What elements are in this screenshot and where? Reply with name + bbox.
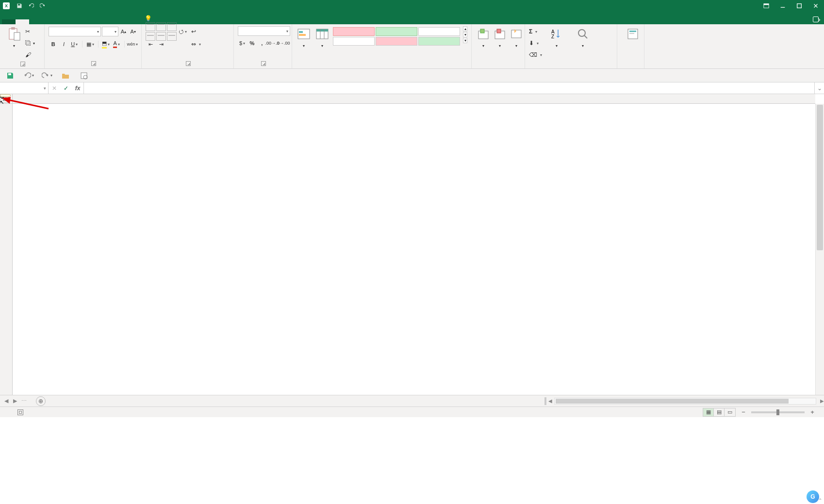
accounting-format-button[interactable]: $ <box>238 39 247 48</box>
tab-nav-menu[interactable]: ⋯ <box>20 398 27 404</box>
tab-data[interactable] <box>70 19 83 24</box>
view-mode-buttons[interactable]: ▦ ▤ ▭ <box>703 408 736 417</box>
formula-cancel-button[interactable]: ✕ <box>49 85 60 92</box>
style-bad[interactable] <box>376 37 417 46</box>
number-format-combo[interactable] <box>238 26 290 36</box>
name-box[interactable] <box>0 82 49 94</box>
qat-undo-icon[interactable] <box>27 2 35 10</box>
ime-indicator[interactable] <box>0 94 11 97</box>
qat-open-icon[interactable] <box>60 70 71 81</box>
cell-styles-gallery[interactable] <box>333 26 460 46</box>
decrease-indent-button[interactable]: ⇤ <box>146 40 155 49</box>
tab-nav-next[interactable]: ▶ <box>12 398 18 404</box>
row-headers[interactable] <box>0 104 13 395</box>
fill-button[interactable]: ⬇ <box>529 38 542 49</box>
invoice-check-button[interactable] <box>621 26 644 43</box>
underline-button[interactable]: U <box>69 40 79 49</box>
qat-undo2-icon[interactable] <box>23 70 34 81</box>
formula-input[interactable] <box>84 82 814 94</box>
insert-cells-button[interactable]: ▾ <box>476 26 491 60</box>
decrease-font-button[interactable]: A▾ <box>129 27 137 36</box>
close-button[interactable] <box>808 0 824 12</box>
qat-save-icon[interactable] <box>16 2 23 10</box>
tab-formulas[interactable] <box>56 19 70 24</box>
horizontal-scrollbar[interactable] <box>554 398 816 405</box>
view-normal-icon[interactable]: ▦ <box>703 408 714 416</box>
style-good[interactable] <box>418 37 460 46</box>
cut-button[interactable]: ✂ <box>25 26 35 37</box>
format-cells-button[interactable]: ▾ <box>509 26 524 60</box>
maximize-button[interactable] <box>791 0 808 12</box>
decrease-decimal-button[interactable]: .0→.00 <box>278 39 288 48</box>
minimize-button[interactable] <box>775 0 791 12</box>
tab-nav-prev[interactable]: ◀ <box>3 398 10 404</box>
zoom-thumb[interactable] <box>776 409 779 415</box>
tab-view[interactable] <box>97 19 111 24</box>
zoom-slider[interactable] <box>751 411 805 413</box>
style-bad-sheet4[interactable] <box>333 27 375 36</box>
clear-button[interactable]: ⌫ <box>529 49 542 60</box>
macro-record-icon[interactable] <box>17 409 23 415</box>
hscroll-left[interactable]: ◀ <box>548 398 552 404</box>
format-as-table-button[interactable]: ▾ <box>314 26 330 48</box>
font-launcher[interactable] <box>91 61 96 66</box>
bold-button[interactable]: B <box>49 40 58 49</box>
qat-print-preview-icon[interactable] <box>79 70 89 81</box>
phonetic-button[interactable]: wén <box>128 40 137 49</box>
tab-file[interactable] <box>2 19 16 24</box>
vertical-align-buttons[interactable] <box>146 22 177 41</box>
vertical-scrollbar[interactable] <box>815 104 824 395</box>
merge-center-button[interactable]: ⇔ <box>191 39 201 49</box>
tab-review[interactable] <box>83 19 97 24</box>
increase-font-button[interactable]: A▴ <box>119 27 128 36</box>
zoom-in-button[interactable]: + <box>809 408 815 416</box>
tab-home[interactable] <box>16 19 29 24</box>
tab-pdf-tools[interactable] <box>124 19 138 24</box>
orientation-button[interactable]: ⭯ <box>178 27 187 36</box>
insert-function-button[interactable]: fx <box>72 85 83 92</box>
tab-insert[interactable] <box>29 19 43 24</box>
view-page-layout-icon[interactable]: ▤ <box>714 408 725 416</box>
tab-page-layout[interactable] <box>43 19 56 24</box>
italic-button[interactable]: I <box>59 40 69 49</box>
style-good-sheet4[interactable] <box>376 27 417 36</box>
format-painter-button[interactable]: 🖌 <box>25 49 35 60</box>
horizontal-scroll-thumb[interactable] <box>556 399 789 404</box>
find-select-button[interactable]: ▾ <box>571 26 594 60</box>
gallery-down-button[interactable]: ▾ <box>463 32 467 37</box>
gallery-up-button[interactable]: ▴ <box>463 26 467 32</box>
font-color-button[interactable]: A <box>112 40 121 49</box>
column-headers[interactable] <box>13 94 815 104</box>
percent-button[interactable]: % <box>247 39 256 48</box>
gallery-more-button[interactable]: ▾ <box>463 38 467 43</box>
conditional-formatting-button[interactable]: ▾ <box>296 26 312 48</box>
qat-redo-icon[interactable] <box>39 2 47 10</box>
alignment-launcher[interactable] <box>186 61 191 66</box>
tab-split-handle[interactable] <box>544 397 546 405</box>
sort-filter-button[interactable]: AZ▾ <box>545 26 568 60</box>
style-normal[interactable] <box>333 37 375 46</box>
hscroll-right[interactable]: ▶ <box>820 398 824 404</box>
qat-save2-icon[interactable] <box>5 70 16 81</box>
autosum-button[interactable]: Σ <box>529 26 542 37</box>
tab-developer[interactable] <box>111 19 124 24</box>
font-name-combo[interactable] <box>49 27 101 36</box>
clipboard-launcher[interactable] <box>20 62 25 66</box>
wrap-text-button[interactable]: ↩ <box>191 26 201 37</box>
number-launcher[interactable] <box>261 61 266 66</box>
expand-formula-bar-button[interactable]: ⌄ <box>814 82 824 94</box>
paste-button[interactable]: ▾ <box>4 26 24 60</box>
vertical-scroll-thumb[interactable] <box>817 105 823 250</box>
qat-redo2-icon[interactable] <box>42 70 52 81</box>
new-sheet-button[interactable]: ⊕ <box>36 396 46 406</box>
fill-color-button[interactable]: ⬒ <box>101 40 111 49</box>
border-button[interactable]: ▦ <box>85 40 95 49</box>
cells-area[interactable] <box>13 104 815 395</box>
font-size-combo[interactable] <box>102 27 118 36</box>
ribbon-display-options-icon[interactable] <box>758 0 775 12</box>
zoom-out-button[interactable]: − <box>741 408 746 416</box>
formula-enter-button[interactable]: ✓ <box>60 85 72 92</box>
style-thousand-sep[interactable] <box>418 27 460 36</box>
increase-indent-button[interactable]: ⇥ <box>156 40 166 49</box>
spreadsheet-grid[interactable]: ▦ ✥↖ <box>0 94 824 395</box>
